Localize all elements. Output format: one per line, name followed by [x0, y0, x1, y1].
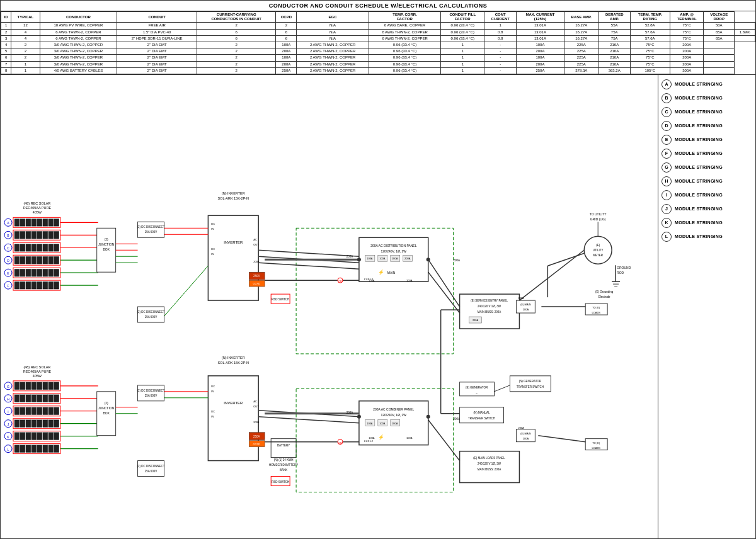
- svg-text:HOMEGRID BATTERY: HOMEGRID BATTERY: [269, 463, 298, 466]
- svg-rect-27: [20, 231, 25, 239]
- table-cell: -: [484, 48, 517, 55]
- svg-text:REC405AA PURE: REC405AA PURE: [23, 206, 52, 210]
- svg-rect-26: [14, 231, 20, 239]
- table-cell: 3: [1, 35, 11, 42]
- svg-text:JUNCTION: JUNCTION: [98, 406, 115, 410]
- svg-text:CB: CB: [338, 280, 342, 283]
- table-cell: 75°C: [630, 61, 670, 67]
- svg-text:IN: IN: [211, 390, 214, 393]
- svg-rect-114: [20, 420, 25, 428]
- svg-rect-138: [54, 445, 59, 453]
- svg-text:IN: IN: [211, 415, 214, 418]
- svg-rect-162: [138, 307, 164, 322]
- svg-rect-67: [43, 281, 48, 289]
- svg-text:G: G: [7, 385, 9, 389]
- svg-text:250A: 250A: [253, 435, 260, 438]
- svg-text:(2): (2): [105, 401, 108, 405]
- svg-text:I: I: [8, 410, 8, 414]
- table-cell: 4: [1, 42, 11, 48]
- svg-rect-105: [20, 407, 25, 415]
- table-row: 346 AWG THWN-2, COPPER2" HDPE SDR-11 DUR…: [1, 35, 755, 42]
- svg-rect-106: [26, 407, 31, 415]
- svg-rect-47: [32, 256, 37, 264]
- table-cell: [704, 42, 735, 48]
- svg-rect-86: [14, 382, 20, 390]
- svg-text:REC405AA PURE: REC405AA PURE: [23, 370, 52, 373]
- table-cell: 65A: [704, 29, 735, 35]
- table-cell: 250A: [276, 67, 297, 74]
- table-cell: 1: [484, 23, 517, 29]
- svg-text:C: C: [7, 246, 9, 250]
- svg-rect-188: [208, 376, 258, 461]
- col-term-temp: TERM. TEMP.RATING: [630, 12, 670, 23]
- svg-rect-136: [43, 445, 48, 453]
- svg-rect-37: [26, 244, 31, 251]
- svg-text:INVERTER: INVERTER: [224, 401, 243, 405]
- table-cell: 100A: [276, 55, 297, 61]
- svg-rect-64: [26, 281, 31, 289]
- svg-rect-90: [37, 382, 42, 390]
- svg-text:(E): (E): [596, 244, 600, 247]
- legend-circle: I: [662, 190, 672, 200]
- svg-rect-24: [54, 218, 59, 226]
- table-cell: 1: [1, 23, 11, 29]
- svg-rect-91: [43, 382, 48, 390]
- svg-point-313: [427, 415, 430, 419]
- table-cell: 100A: [517, 42, 564, 48]
- svg-rect-38: [32, 244, 37, 251]
- legend-circle: E: [662, 135, 672, 145]
- svg-rect-109: [43, 407, 48, 415]
- svg-rect-53: [14, 269, 20, 276]
- svg-text:200A: 200A: [392, 257, 398, 260]
- svg-rect-125: [32, 433, 37, 440]
- svg-rect-99: [37, 395, 42, 402]
- table-cell: 16.27A: [564, 35, 598, 42]
- svg-rect-54: [20, 269, 25, 276]
- table-cell: 225A: [564, 48, 598, 55]
- svg-rect-35: [14, 244, 20, 251]
- legend-label: MODULE STRINGING: [675, 82, 723, 86]
- table-cell: 10 AWG PV WIRE, COPPER: [40, 23, 117, 29]
- svg-rect-102: [54, 395, 59, 402]
- svg-rect-104: [14, 407, 20, 415]
- svg-text:(E) SERVICE ENTRY PANEL: (E) SERVICE ENTRY PANEL: [471, 299, 508, 302]
- svg-text:250A: 250A: [253, 275, 260, 278]
- svg-text:(E) GENERATOR: (E) GENERATOR: [466, 386, 488, 389]
- svg-rect-252: [510, 376, 551, 392]
- svg-rect-120: [54, 420, 59, 428]
- table-row: 814/0 AWG BATTERY CABLES2" DIA EMT2250A2…: [1, 67, 755, 74]
- svg-rect-159: [138, 222, 164, 237]
- svg-text:(2) DC DISCONNECT: (2) DC DISCONNECT: [137, 389, 164, 392]
- svg-text:MAIN BUSS: 200A: MAIN BUSS: 200A: [478, 310, 501, 314]
- svg-rect-18: [20, 218, 25, 226]
- svg-text:(48) REC SOLAR: (48) REC SOLAR: [23, 201, 50, 205]
- table-cell: 3/0 AWG THWN-2, COPPER: [40, 42, 117, 48]
- svg-rect-96: [20, 395, 25, 402]
- legend-circle: G: [662, 162, 672, 173]
- svg-rect-19: [26, 218, 31, 226]
- table-cell: 2: [197, 23, 276, 29]
- svg-text:DC: DC: [211, 247, 215, 251]
- svg-rect-40: [43, 244, 48, 251]
- table-cell: 2" DIA EMT: [117, 61, 197, 67]
- svg-rect-115: [26, 420, 31, 428]
- table-cell: 363.2A: [598, 67, 630, 74]
- table-cell: 3/0 AWG THWN-2, COPPER: [40, 48, 117, 55]
- col-id: ID: [1, 12, 11, 23]
- legend-item: HMODULE STRINGING: [662, 175, 752, 188]
- table-cell: 200A: [517, 48, 564, 55]
- table-cell: 105°C: [630, 67, 670, 74]
- svg-text:200A: 200A: [346, 255, 353, 258]
- table-cell: 0.96 (33.4 °C): [441, 29, 484, 35]
- table-cell: 16.27A: [564, 29, 598, 35]
- svg-rect-59: [49, 269, 54, 276]
- table-cell: 2 AWG THWN-2, COPPER: [297, 55, 369, 61]
- svg-text:100A: 100A: [379, 257, 386, 260]
- svg-text:MAIN BUSS: 200A: MAIN BUSS: 200A: [478, 467, 501, 470]
- table-cell: 6: [197, 29, 276, 35]
- legend-item: FMODULE STRINGING: [662, 147, 752, 160]
- table-cell: N/A: [297, 35, 369, 42]
- table-cell: 216A: [598, 61, 630, 67]
- svg-text:200A AC DISTRIBUTION PANEL: 200A AC DISTRIBUTION PANEL: [370, 244, 417, 247]
- legend-label: MODULE STRINGING: [675, 96, 723, 100]
